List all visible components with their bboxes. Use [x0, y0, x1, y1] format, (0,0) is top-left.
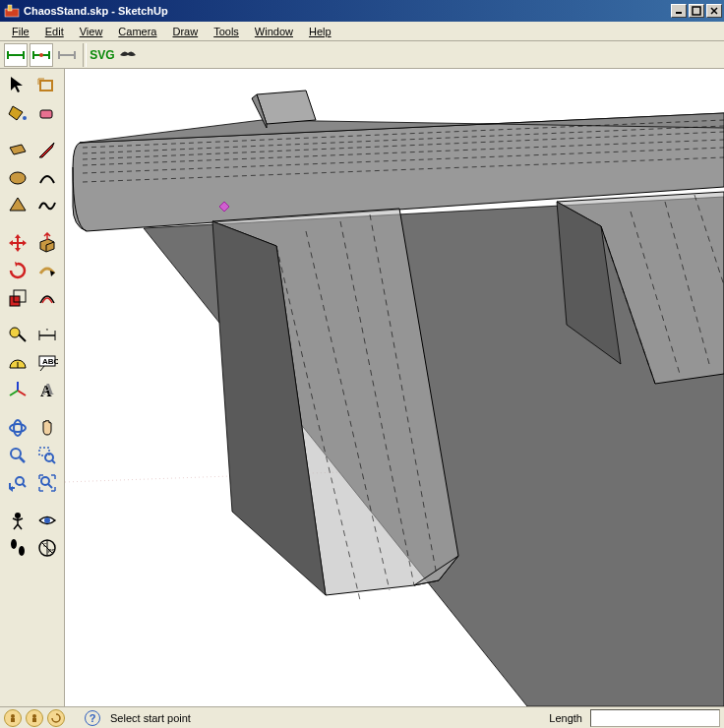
status-button-1[interactable] — [4, 709, 22, 727]
titlebar: ChaosStand.skp - SketchUp — [0, 0, 724, 22]
axes-tool[interactable] — [4, 378, 31, 403]
statusbar: ? Select start point Length — [0, 706, 724, 728]
svg-point-51 — [44, 517, 50, 523]
menu-file[interactable]: File — [4, 24, 37, 39]
menu-edit[interactable]: Edit — [37, 24, 72, 39]
viewport[interactable] — [65, 69, 724, 706]
freehand-tool[interactable] — [33, 193, 61, 218]
svg-rect-3 — [693, 7, 700, 15]
previous-view-tool[interactable] — [4, 470, 31, 496]
menu-window[interactable]: Window — [247, 24, 301, 39]
tape-measure-tool[interactable] — [4, 323, 31, 348]
svg-point-24 — [10, 328, 20, 337]
svg-point-46 — [16, 477, 24, 485]
svg-point-40 — [14, 420, 22, 436]
menu-tools[interactable]: Tools — [206, 24, 247, 39]
svg-point-21 — [10, 172, 26, 184]
tool-panel: * ABC AA CPS — [0, 69, 65, 706]
bird-icon[interactable] — [116, 43, 140, 67]
make-component-tool[interactable] — [33, 73, 61, 98]
app-icon — [4, 3, 20, 19]
svg-point-53 — [19, 546, 25, 556]
orbit-tool[interactable] — [4, 415, 31, 441]
svg-text:PS: PS — [48, 548, 55, 554]
circle-tool[interactable] — [4, 165, 31, 191]
rectangle-tool[interactable] — [4, 138, 31, 163]
svg-rect-1 — [8, 5, 12, 11]
scale-tool[interactable] — [4, 285, 31, 311]
window-controls — [671, 4, 722, 18]
minimize-button[interactable] — [671, 4, 687, 18]
paint-bucket-tool[interactable] — [4, 100, 31, 126]
dim-button-2[interactable] — [30, 43, 53, 67]
svg-line-35 — [18, 391, 26, 395]
svg-line-47 — [23, 484, 26, 487]
svg-rect-22 — [10, 296, 20, 306]
menu-view[interactable]: View — [72, 24, 111, 39]
move-tool[interactable] — [4, 230, 31, 256]
status-button-3[interactable] — [47, 709, 65, 727]
status-length-field[interactable] — [590, 709, 720, 727]
rotate-tool[interactable] — [4, 258, 31, 283]
status-length-label: Length — [549, 712, 586, 724]
pan-tool[interactable] — [33, 415, 61, 441]
position-camera-tool[interactable] — [4, 508, 31, 533]
3d-text-tool[interactable]: AA — [33, 378, 61, 403]
help-icon[interactable]: ? — [85, 710, 100, 726]
svg-line-33 — [40, 366, 44, 371]
line-tool[interactable] — [33, 138, 61, 163]
zoom-tool[interactable] — [4, 443, 31, 468]
svg-point-72 — [11, 714, 15, 718]
svg-point-39 — [10, 424, 26, 432]
follow-me-tool[interactable] — [33, 258, 61, 283]
svg-point-19 — [23, 116, 27, 120]
eraser-tool[interactable] — [33, 100, 61, 126]
svg-text:C: C — [43, 542, 47, 548]
dimension-tool[interactable]: * — [33, 323, 61, 348]
window-title: ChaosStand.skp - SketchUp — [24, 5, 671, 17]
polygon-tool[interactable] — [4, 193, 31, 218]
model-rendering — [65, 69, 724, 706]
zoom-window-tool[interactable] — [33, 443, 61, 468]
svg-rect-16 — [40, 81, 52, 91]
menu-camera[interactable]: Camera — [110, 24, 164, 39]
menubar: File Edit View Camera Draw Tools Window … — [0, 22, 724, 41]
protractor-tool[interactable] — [4, 350, 31, 376]
svg-text:ABC: ABC — [42, 357, 58, 366]
zoom-extents-tool[interactable] — [33, 470, 61, 496]
svg-text:A: A — [42, 381, 54, 397]
menu-draw[interactable]: Draw — [164, 24, 206, 39]
menu-help[interactable]: Help — [301, 24, 339, 39]
plugin-toolbar: SVG — [0, 41, 724, 69]
dim-button-1[interactable] — [4, 43, 28, 67]
svg-point-73 — [32, 714, 36, 718]
offset-tool[interactable] — [33, 285, 61, 311]
status-button-2[interactable] — [26, 709, 43, 727]
svg-rect-20 — [40, 110, 52, 118]
svg-point-50 — [15, 513, 21, 518]
arc-tool[interactable] — [33, 165, 61, 191]
svg-line-25 — [19, 334, 26, 341]
svg-line-42 — [20, 457, 25, 462]
svg-line-36 — [10, 391, 18, 395]
svg-point-12 — [39, 53, 43, 57]
svg-point-41 — [11, 449, 21, 458]
svg-point-52 — [11, 539, 17, 549]
section-plane-tool[interactable]: CPS — [33, 535, 61, 561]
status-hint: Select start point — [104, 712, 545, 724]
select-tool[interactable] — [4, 73, 31, 98]
toolbar-separator — [83, 43, 87, 67]
svg-line-49 — [48, 484, 52, 488]
main-area: * ABC AA CPS — [0, 69, 724, 706]
svg-line-45 — [52, 460, 55, 463]
svg-point-48 — [41, 477, 49, 485]
walk-tool[interactable] — [4, 535, 31, 561]
svg-text:*: * — [45, 328, 48, 334]
text-tool[interactable]: ABC — [33, 350, 61, 376]
look-around-tool[interactable] — [33, 508, 61, 533]
push-pull-tool[interactable] — [33, 230, 61, 256]
dim-button-3[interactable] — [55, 43, 79, 67]
close-button[interactable] — [706, 4, 722, 18]
svg-export-button[interactable]: SVG — [90, 43, 114, 67]
maximize-button[interactable] — [689, 4, 704, 18]
